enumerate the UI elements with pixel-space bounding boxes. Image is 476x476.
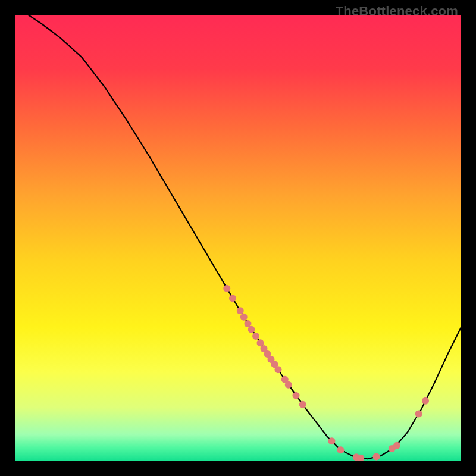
scatter-point xyxy=(248,326,255,333)
scatter-point xyxy=(337,446,345,453)
scatter-point xyxy=(328,437,336,444)
scatter-point xyxy=(237,307,244,314)
scatter-point xyxy=(415,411,422,418)
scatter-point xyxy=(229,295,236,302)
scatter-point xyxy=(299,401,306,408)
scatter-point xyxy=(293,392,300,399)
scatter-point xyxy=(252,333,259,340)
scatter-point xyxy=(373,453,380,461)
scatter-point xyxy=(393,442,400,449)
scatter-point xyxy=(422,397,429,405)
scatter-point xyxy=(240,314,248,321)
scatter-point xyxy=(275,366,282,373)
chart-background xyxy=(15,15,461,461)
bottleneck-chart xyxy=(15,15,461,461)
scatter-point xyxy=(223,285,230,292)
scatter-point xyxy=(285,381,292,389)
chart-container xyxy=(15,15,461,461)
